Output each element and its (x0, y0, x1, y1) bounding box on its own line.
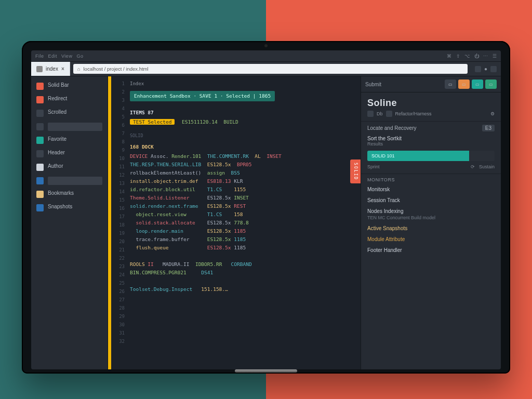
crumb-a[interactable]: Db (377, 111, 383, 116)
sidebar-item[interactable] (31, 174, 108, 188)
code-line: rollbackElementAtLeast() assign BSS (130, 169, 356, 177)
section-heading: ITEMS 87 (130, 109, 356, 117)
sidebar-swatch (36, 177, 44, 184)
setting-label: Footer Handler (367, 247, 495, 253)
code-line: BIN.COMPRESS.PGR021 DS41 (130, 269, 356, 277)
panel-toolbar: Submit ▭▭▭▭ (361, 76, 501, 92)
chip[interactable]: Sprint (367, 164, 380, 169)
sidebar-swatch (36, 96, 44, 103)
setting-label: Nodes Indexing (367, 208, 495, 214)
panel-tool-button[interactable]: ▭ (485, 79, 497, 89)
sidebar-item[interactable]: Bookmarks (31, 188, 108, 201)
sidebar-item-label (48, 123, 102, 131)
section-title: Monitors (361, 174, 501, 184)
line-number: 22 (111, 254, 125, 262)
line-number: 18 (111, 221, 125, 229)
setting-row[interactable]: Session Track (361, 195, 501, 206)
setting-label: Session Track (367, 197, 495, 203)
sidebar-swatch (36, 164, 44, 171)
code-line: solid.stack.allocate ES128.5x 778.8 (130, 219, 356, 227)
tab-close-icon[interactable]: × (61, 66, 64, 72)
tool-icon[interactable] (475, 66, 481, 72)
line-number: 8 (111, 138, 125, 146)
side-tag[interactable]: SOLID (350, 159, 361, 183)
line-number: 29 (111, 312, 125, 321)
menu-go[interactable]: Go (76, 54, 83, 59)
group-heading: 168 DOCK (130, 143, 356, 151)
menu-view[interactable]: View (61, 54, 72, 59)
field-badge: E3 (482, 125, 495, 131)
chip[interactable]: Sustain (479, 164, 495, 169)
browser-chrome: index × ⌂ localhost / project / index.ht… (31, 62, 501, 76)
field-row[interactable]: Locate and Recovery E3 (361, 121, 501, 135)
code-line (130, 277, 356, 285)
setting-row[interactable]: Footer Handler (361, 245, 501, 256)
menu-file[interactable]: File (35, 54, 44, 59)
line-number: 19 (111, 229, 125, 237)
tool-indicator: ● (484, 66, 487, 72)
line-number: 26 (111, 287, 125, 296)
line-number: 31 (111, 329, 125, 337)
inspector-panel: Submit ▭▭▭▭ Soline Db Refactor/Harness ⚙… (361, 76, 501, 369)
setting-desc: TEN MC Concurrent Build model (367, 215, 495, 220)
status-icon[interactable]: ☰ (493, 54, 497, 59)
sidebar-swatch (36, 204, 44, 211)
code-area[interactable]: Index Enhancement Sandbox · SAVE 1 · Sel… (127, 76, 361, 369)
setting-label: Module Attribute (367, 236, 495, 242)
code-line: DEVICE Assoc. Render.101 THE.COMMENT.RK … (130, 152, 356, 161)
panel-tool-button[interactable]: ▭ (445, 79, 456, 89)
sidebar-item[interactable]: Scrolled (31, 107, 108, 120)
sidebar-item[interactable]: Solid Bar (31, 79, 108, 93)
line-number: 4 (111, 104, 125, 113)
panel-tool-button[interactable]: ▭ (458, 79, 470, 89)
line-number: 28 (111, 304, 125, 312)
setting-row[interactable]: Nodes IndexingTEN MC Concurrent Build mo… (361, 206, 501, 223)
line-number: 32 (111, 337, 125, 345)
crumb-b[interactable]: Refactor/Harness (395, 111, 432, 116)
setting-row[interactable]: Active Snapshots (361, 223, 501, 234)
tool-icon[interactable] (490, 66, 497, 72)
line-gutter: 1234567891011121314151617181920212223242… (111, 76, 127, 369)
camera-dot (264, 44, 268, 47)
sidebar: Solid Bar Redirect Scrolled Favorite Hea… (31, 76, 108, 369)
address-bar[interactable]: ⌂ localhost / project / index.html (73, 64, 468, 74)
search-value: SOLID 101 (371, 153, 395, 158)
line-number: 10 (111, 154, 125, 163)
browser-tools: ● (471, 62, 501, 76)
panel-tool-button[interactable]: ▭ (472, 79, 483, 89)
panel-mini-label: Results (361, 141, 501, 149)
tab-label: index (46, 66, 58, 72)
line-number: 16 (111, 204, 125, 212)
sidebar-item-label: Bookmarks (48, 190, 102, 198)
sidebar-swatch (36, 110, 44, 117)
sidebar-item-label: Scrolled (48, 109, 102, 117)
sidebar-item[interactable]: Redirect (31, 93, 108, 107)
browser-tab[interactable]: index × (31, 62, 70, 76)
code-line: solid.render.next.frame ES128.5x REST (130, 202, 356, 210)
status-icon[interactable]: ⋯ (483, 54, 488, 59)
tab-favicon (36, 66, 43, 72)
line-number: 23 (111, 262, 125, 271)
chip-row: Sprint ⟳ Sustain (361, 162, 501, 174)
sidebar-item[interactable] (31, 120, 108, 134)
menu-edit[interactable]: Edit (48, 54, 58, 59)
sidebar-item[interactable]: Favorite (31, 134, 108, 147)
editor-tab[interactable]: Index (130, 79, 356, 88)
crumb-icon (367, 111, 374, 117)
field-label: Locate and Recovery (367, 125, 417, 131)
sidebar-item[interactable]: Header (31, 147, 108, 161)
setting-label: Monitorsk (367, 187, 495, 192)
sidebar-item[interactable]: Snapshots (31, 201, 108, 215)
setting-row[interactable]: Module Attribute (361, 234, 501, 245)
sidebar-item[interactable]: Author (31, 161, 108, 174)
sidebar-item-label (48, 177, 102, 185)
setting-row[interactable]: Monitorsk (361, 184, 501, 195)
status-icon: ⌥ (464, 54, 470, 59)
breadcrumb[interactable]: Db Refactor/Harness ⚙ (361, 111, 501, 121)
editor: 1234567891011121314151617181920212223242… (108, 76, 361, 369)
gear-icon[interactable]: ⚙ (490, 111, 495, 116)
sidebar-swatch (36, 83, 44, 90)
crumb-icon (386, 111, 392, 117)
search-input[interactable]: SOLID 101 (367, 151, 495, 161)
sidebar-item-label: Author (48, 163, 102, 171)
